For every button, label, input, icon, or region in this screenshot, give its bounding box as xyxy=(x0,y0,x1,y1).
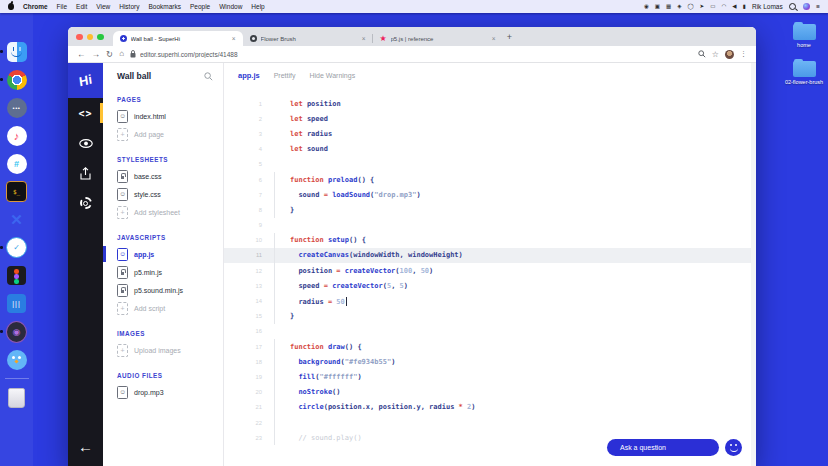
file-add-script[interactable]: +Add script xyxy=(103,299,223,317)
menu-item-edit[interactable]: Edit xyxy=(76,3,87,10)
finder-icon[interactable] xyxy=(6,41,27,62)
menu-item-history[interactable]: History xyxy=(119,3,139,10)
menu-item-chrome[interactable]: Chrome xyxy=(23,3,48,10)
code-line[interactable]: 11createCanvas(windowWidth, windowHeight… xyxy=(224,248,756,263)
tab-close-icon[interactable]: × xyxy=(492,35,496,42)
browser-tab[interactable]: Flower Brush× xyxy=(243,31,373,46)
search-icon[interactable] xyxy=(204,72,213,81)
desktop-folder-02-flower-brush[interactable]: 02-flower-brush xyxy=(782,61,826,85)
dropbox-icon[interactable]: ◈ xyxy=(677,4,681,10)
chrome-icon[interactable] xyxy=(6,69,27,90)
code-editor[interactable]: 1let position2let speed3let radius4let s… xyxy=(224,84,756,466)
display-icon[interactable]: ▭ xyxy=(710,4,715,10)
battery-icon[interactable]: ▮ xyxy=(742,4,745,10)
code-line[interactable]: 22 xyxy=(224,415,756,430)
menu-item-people[interactable]: People xyxy=(190,3,210,10)
code-tab-hide-warnings[interactable]: Hide Warnings xyxy=(309,72,355,79)
file-add-stylesheet[interactable]: +Add stylesheet xyxy=(103,203,223,221)
close-window-button[interactable] xyxy=(76,34,83,41)
bookmark-star-icon[interactable]: ☆ xyxy=(712,50,719,59)
code-line[interactable]: 5 xyxy=(224,157,756,172)
code-line[interactable]: 12position = createVector(100, 50) xyxy=(224,263,756,278)
code-line[interactable]: 17function draw() { xyxy=(224,339,756,354)
forward-button[interactable]: → xyxy=(92,50,101,59)
file-p5.min.js[interactable]: p5.min.js xyxy=(103,263,223,281)
slack-icon[interactable] xyxy=(6,153,27,174)
tab-close-icon[interactable]: × xyxy=(232,35,236,42)
code-line[interactable]: 7sound = loadSound("drop.mp3") xyxy=(224,187,756,202)
menu-item-bookmarks[interactable]: Bookmarks xyxy=(148,3,181,10)
window-icon[interactable]: ▣ xyxy=(655,4,660,10)
messages-icon[interactable] xyxy=(6,97,27,118)
code-line[interactable]: 10function setup() { xyxy=(224,233,756,248)
menu-item-view[interactable]: View xyxy=(96,3,110,10)
file-app.js[interactable]: ☺app.js xyxy=(103,245,223,263)
home-button[interactable]: ⌂ xyxy=(119,50,124,58)
menu-item-help[interactable]: Help xyxy=(251,3,264,10)
superhi-logo[interactable]: Hi xyxy=(68,63,103,98)
notification-center-icon[interactable]: ≡ xyxy=(816,3,820,10)
code-line[interactable]: 2let speed xyxy=(224,111,756,126)
code-line[interactable]: 1let position xyxy=(224,96,756,111)
wifi-icon[interactable]: ◠ xyxy=(721,4,726,10)
file-drop.mp3[interactable]: ☺drop.mp3 xyxy=(103,383,223,401)
code-tab-app.js[interactable]: app.js xyxy=(238,71,260,80)
record-icon[interactable]: ◉ xyxy=(644,4,649,10)
x-app-icon[interactable] xyxy=(6,209,27,230)
browser-tab[interactable]: Wall ball - SuperHi× xyxy=(113,31,243,46)
user-name[interactable]: Rik Lomas xyxy=(752,3,783,10)
code-line[interactable]: 19fill("#ffffff") xyxy=(224,369,756,384)
keyboard-icon[interactable]: ▦ xyxy=(666,4,671,10)
cursor-icon[interactable]: ➤ xyxy=(700,4,705,10)
code-line[interactable]: 14radius = 50 xyxy=(224,293,756,308)
code-line[interactable]: 18background("#fe934b55") xyxy=(224,354,756,369)
terminal-icon[interactable] xyxy=(6,181,27,202)
code-line[interactable]: 16 xyxy=(224,324,756,339)
intercom-icon[interactable] xyxy=(6,293,27,314)
file-style.css[interactable]: ☺style.css xyxy=(103,185,223,203)
code-line[interactable]: 20noStroke() xyxy=(224,385,756,400)
chat-smiley-button[interactable] xyxy=(725,439,742,456)
code-line[interactable]: 13speed = createVector(5, 5) xyxy=(224,278,756,293)
code-line[interactable]: 8} xyxy=(224,202,756,217)
zoom-window-button[interactable] xyxy=(97,34,104,41)
reload-button[interactable]: ↻ xyxy=(106,50,113,59)
file-base.css[interactable]: base.css xyxy=(103,167,223,185)
browser-menu-icon[interactable]: ⋮ xyxy=(740,50,747,58)
back-button[interactable]: ← xyxy=(77,50,86,59)
editor-back-button[interactable]: ← xyxy=(78,439,93,454)
airmail-icon[interactable] xyxy=(6,237,27,258)
circle-icon[interactable]: ◯ xyxy=(687,4,693,10)
volume-icon[interactable]: ◀ xyxy=(732,4,736,10)
file-index.html[interactable]: ☺index.html xyxy=(103,107,223,125)
figma-icon[interactable] xyxy=(6,265,27,286)
menu-item-file[interactable]: File xyxy=(57,3,67,10)
code-line[interactable]: 6function preload() { xyxy=(224,172,756,187)
zoom-page-icon[interactable] xyxy=(698,50,706,58)
code-line[interactable]: 15} xyxy=(224,309,756,324)
apple-icon[interactable] xyxy=(8,3,14,10)
preview-button[interactable] xyxy=(68,128,103,158)
code-tab-prettify[interactable]: Prettify xyxy=(274,72,296,79)
twitterrific-icon[interactable] xyxy=(6,349,27,370)
file-p5.sound.min.js[interactable]: p5.sound.min.js xyxy=(103,281,223,299)
desktop-folder-home[interactable]: home xyxy=(782,24,826,48)
settings-button[interactable] xyxy=(68,188,103,218)
code-line[interactable]: 3let radius xyxy=(224,126,756,141)
tab-close-icon[interactable]: × xyxy=(362,35,366,42)
menu-item-window[interactable]: Window xyxy=(219,3,242,10)
address-field[interactable]: editor.superhi.com/projects/41488 xyxy=(130,50,692,58)
profile-avatar[interactable] xyxy=(725,50,734,59)
browser-tab[interactable]: p5.js | reference× xyxy=(373,31,503,46)
code-view-button[interactable]: <> xyxy=(68,98,103,128)
music-icon[interactable] xyxy=(6,125,27,146)
siri-icon[interactable] xyxy=(803,3,810,10)
code-line[interactable]: 9 xyxy=(224,218,756,233)
new-tab-button[interactable]: + xyxy=(503,32,517,42)
share-button[interactable] xyxy=(68,158,103,188)
file-add-page[interactable]: +Add page xyxy=(103,125,223,143)
code-line[interactable]: 21circle(position.x, position.y, radius … xyxy=(224,400,756,415)
minimize-window-button[interactable] xyxy=(87,34,94,41)
code-line[interactable]: 4let sound xyxy=(224,142,756,157)
spotlight-search-icon[interactable] xyxy=(789,3,796,10)
